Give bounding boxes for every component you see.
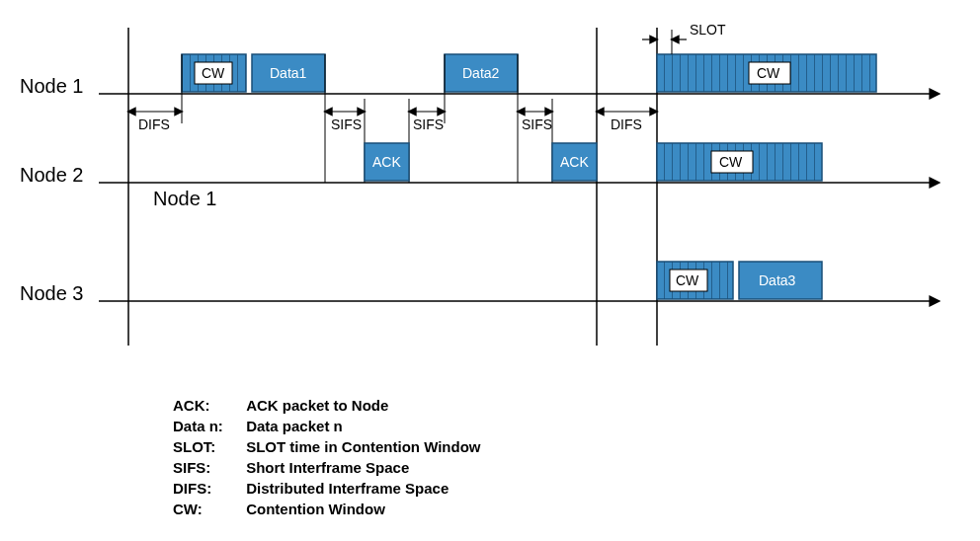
label-difs1: DIFS <box>138 116 170 132</box>
legend: ACK: ACK packet to Node Data n: Data pac… <box>173 395 481 519</box>
difs-1 <box>128 54 182 123</box>
label-difs2: DIFS <box>611 116 642 132</box>
legend-data-v: Data packet n <box>246 418 343 434</box>
legend-slot-v: SLOT time in Contention Window <box>246 438 480 455</box>
label-slot: SLOT <box>690 22 726 38</box>
text-cw: CW <box>202 65 224 81</box>
label-sifs2: SIFS <box>413 116 444 132</box>
legend-cw-v: Contention Window <box>246 501 385 517</box>
text-cw2: CW <box>757 65 779 81</box>
text-ack1: ACK <box>372 154 401 170</box>
slot-marker <box>642 30 687 54</box>
legend-ack-k: ACK: <box>173 395 242 416</box>
legend-sifs-v: Short Interframe Space <box>246 459 409 476</box>
label-sifs1: SIFS <box>331 116 362 132</box>
lane-label-node1: Node 1 <box>20 75 84 98</box>
legend-sifs-k: SIFS: <box>173 457 242 478</box>
lane-label-node2: Node 2 <box>20 164 84 187</box>
text-cw4: CW <box>676 272 698 288</box>
text-data2: Data2 <box>462 65 499 81</box>
legend-cw-k: CW: <box>173 499 242 519</box>
label-sifs3: SIFS <box>522 116 552 132</box>
text-cw3: CW <box>719 154 742 170</box>
legend-ack-v: ACK packet to Node <box>246 397 388 414</box>
legend-difs-v: Distributed Interframe Space <box>246 480 449 497</box>
legend-difs-k: DIFS: <box>173 478 242 499</box>
text-data1: Data1 <box>270 65 306 81</box>
text-ack2: ACK <box>560 154 589 170</box>
legend-slot-k: SLOT: <box>173 436 242 457</box>
lane-label-node3: Node 3 <box>20 282 84 305</box>
legend-data-k: Data n: <box>173 416 242 436</box>
sub-label-node1: Node 1 <box>153 188 217 210</box>
text-data3: Data3 <box>759 272 795 288</box>
